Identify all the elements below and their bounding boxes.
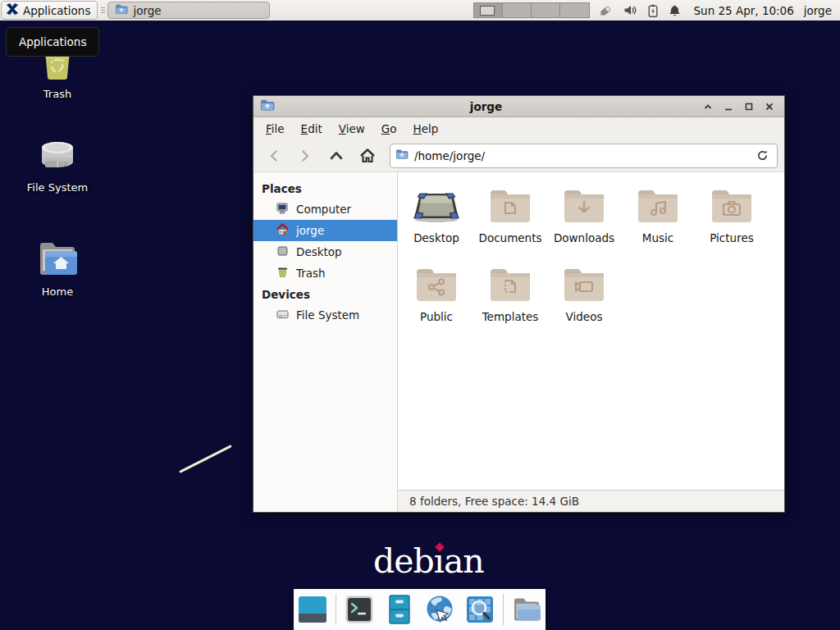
file-manager-launcher[interactable] <box>382 592 417 627</box>
terminal-icon <box>343 593 376 626</box>
menu-file[interactable]: File <box>258 119 292 139</box>
applications-menu-button[interactable]: Applications <box>1 1 98 20</box>
desktop-folder-icon <box>412 182 461 225</box>
panel-grip-handle[interactable] <box>99 3 106 18</box>
menu-view[interactable]: View <box>331 119 372 139</box>
file-view[interactable]: Desktop Documents <box>398 172 784 490</box>
desktop-stray-line <box>179 445 232 473</box>
file-cabinet-icon <box>383 593 416 626</box>
up-button[interactable] <box>322 144 350 168</box>
sidebar-item-label: jorge <box>296 224 324 237</box>
sidebar-item-desktop[interactable]: Desktop <box>253 241 397 262</box>
workspace-window-preview <box>480 6 495 16</box>
maximize-button[interactable] <box>738 98 759 116</box>
web-browser-launcher[interactable] <box>422 592 457 627</box>
debian-logo-text: deb <box>373 541 434 581</box>
sidebar-places-header: Places <box>253 178 397 199</box>
workspace-switcher <box>473 2 590 18</box>
sidebar-item-trash[interactable]: Trash <box>253 262 397 284</box>
file-item-label: Music <box>642 231 673 244</box>
file-item-documents[interactable]: Documents <box>473 182 547 261</box>
statusbar: 8 folders, Free space: 14.4 GiB <box>398 490 784 512</box>
panel-username[interactable]: jorge <box>804 4 832 17</box>
downloads-folder-icon <box>562 182 606 225</box>
file-item-videos[interactable]: Videos <box>547 261 621 340</box>
panel-clock[interactable]: Sun 25 Apr, 10:06 <box>694 4 794 17</box>
desktop-places-icon <box>276 244 290 260</box>
window-titlebar[interactable]: jorge <box>253 96 784 117</box>
computer-icon <box>276 202 290 217</box>
workspace-4[interactable] <box>560 3 589 17</box>
path-bar[interactable]: /home/jorge/ <box>390 144 778 168</box>
minimize-button[interactable] <box>718 98 738 116</box>
pictures-folder-icon <box>710 182 754 225</box>
dock-separator <box>503 594 504 625</box>
reload-button[interactable] <box>752 146 772 166</box>
workspace-2[interactable] <box>503 3 532 17</box>
applications-menu-icon <box>6 2 19 18</box>
globe-browser-icon <box>423 593 456 626</box>
file-item-label: Documents <box>479 231 542 244</box>
toolbar: /home/jorge/ <box>253 139 784 172</box>
file-item-label: Desktop <box>413 231 459 244</box>
applications-menu-label: Applications <box>23 4 90 17</box>
desktop-icon-label: Home <box>20 285 95 298</box>
taskbar-window-button[interactable]: jorge <box>107 2 270 19</box>
sidebar-item-label: Trash <box>296 267 326 280</box>
taskbar-folder-icon <box>115 3 128 17</box>
sidebar-item-file-system[interactable]: File System <box>253 304 397 326</box>
app-finder-launcher[interactable] <box>463 592 497 627</box>
file-item-music[interactable]: Music <box>621 182 695 261</box>
file-item-label: Videos <box>566 310 603 323</box>
home-button[interactable] <box>354 144 381 168</box>
file-item-label: Downloads <box>554 231 614 244</box>
file-item-templates[interactable]: Templates <box>473 261 547 340</box>
workspace-1[interactable] <box>474 3 503 17</box>
taskbar-window-label: jorge <box>133 4 161 17</box>
sidebar-item-label: File System <box>296 308 359 322</box>
desktop-icon-home[interactable]: Home <box>20 239 95 298</box>
documents-folder-icon <box>488 182 532 225</box>
folder-launcher[interactable] <box>509 592 544 627</box>
file-item-downloads[interactable]: Downloads <box>547 182 621 261</box>
top-panel: Applications jorge <box>0 0 840 21</box>
back-button[interactable] <box>260 144 288 168</box>
path-input[interactable]: /home/jorge/ <box>414 149 746 162</box>
desktop-icon-file-system[interactable]: File System <box>20 136 95 194</box>
sidebar-item-jorge[interactable]: jorge <box>253 220 397 241</box>
show-desktop-launcher[interactable] <box>295 592 330 627</box>
drive-icon <box>276 308 290 323</box>
volume-tray-icon[interactable] <box>623 4 637 16</box>
file-system-icon <box>20 136 95 177</box>
menu-help[interactable]: Help <box>406 119 446 139</box>
menu-go[interactable]: Go <box>374 119 404 139</box>
videos-folder-icon <box>562 261 606 304</box>
debian-logo: debıan <box>373 541 484 581</box>
bottom-dock <box>294 589 546 630</box>
trash-places-icon <box>276 266 290 281</box>
file-item-public[interactable]: Public <box>399 261 473 340</box>
sidebar-item-computer[interactable]: Computer <box>253 199 397 220</box>
workspace-3[interactable] <box>532 3 560 17</box>
forward-button[interactable] <box>291 144 319 168</box>
file-item-label: Public <box>420 310 453 323</box>
home-folder-icon <box>20 239 95 281</box>
file-item-label: Templates <box>482 310 539 323</box>
desktop-icon-label: File System <box>20 181 95 194</box>
close-button[interactable] <box>759 98 779 116</box>
battery-tray-icon[interactable] <box>648 4 658 17</box>
terminal-launcher[interactable] <box>342 592 377 627</box>
input-device-tray-icon[interactable] <box>598 4 613 17</box>
pathbar-folder-icon <box>395 148 409 162</box>
menu-edit[interactable]: Edit <box>294 119 330 139</box>
notifications-tray-icon[interactable] <box>669 4 681 17</box>
applications-tooltip: Applications <box>6 27 99 57</box>
dock-separator <box>336 594 336 625</box>
shade-button[interactable] <box>697 98 718 116</box>
file-item-desktop[interactable]: Desktop <box>399 182 473 261</box>
music-folder-icon <box>636 182 680 225</box>
sidebar-item-label: Desktop <box>296 245 342 258</box>
window-folder-icon <box>260 98 275 114</box>
file-item-pictures[interactable]: Pictures <box>695 182 769 261</box>
system-tray <box>598 4 681 17</box>
